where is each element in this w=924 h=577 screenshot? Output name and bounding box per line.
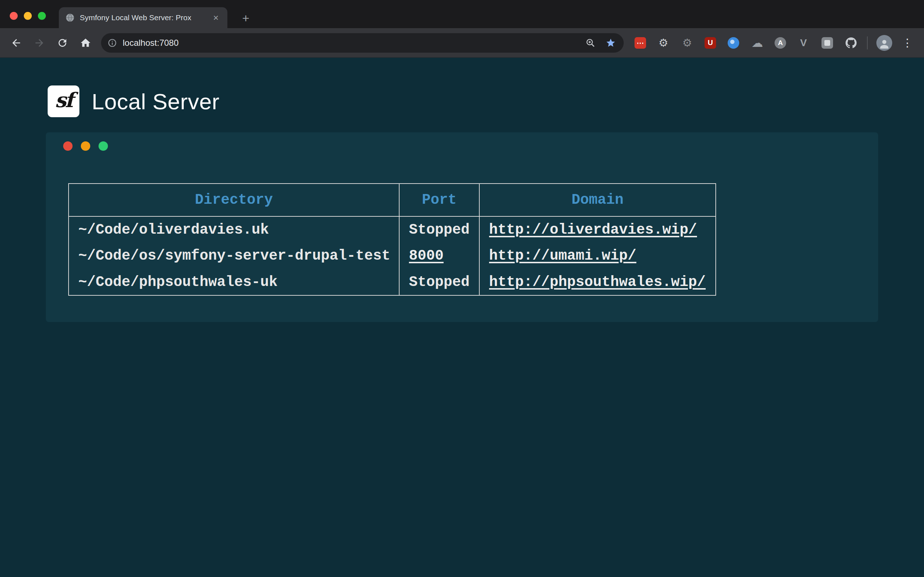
extension-red-dots-icon[interactable]: ⋯: [635, 37, 646, 49]
address-bar[interactable]: localhost:7080: [101, 33, 624, 53]
column-header-directory: Directory: [69, 184, 399, 216]
window-zoom-button[interactable]: [38, 12, 46, 20]
directory-cell: ~/Code/phpsouthwales-uk: [69, 269, 399, 295]
domain-link[interactable]: http://umami.wip/: [489, 248, 636, 264]
url-text[interactable]: localhost:7080: [123, 38, 585, 48]
profile-avatar[interactable]: [876, 35, 892, 51]
port-link[interactable]: 8000: [409, 248, 444, 264]
domain-link[interactable]: http://oliverdavies.wip/: [489, 222, 697, 238]
extension-letter-a-icon[interactable]: A: [775, 37, 786, 49]
page-title: Local Server: [92, 89, 220, 114]
browser-tab-strip: Symfony Local Web Server: Prox × +: [0, 0, 924, 28]
column-header-domain: Domain: [479, 184, 716, 216]
extension-gray-square-icon[interactable]: [821, 36, 834, 49]
forward-button[interactable]: [29, 32, 50, 53]
extension-gear-dark-icon[interactable]: ⚙: [681, 36, 694, 49]
page-header: sf Local Server: [48, 58, 924, 117]
window-minimize-button[interactable]: [24, 12, 32, 20]
panel-window-dots: [63, 141, 108, 151]
symfony-logo: sf: [48, 85, 79, 117]
port-cell-stopped: Stopped: [399, 269, 479, 295]
table-header-row: Directory Port Domain: [69, 184, 716, 216]
symfony-logo-text: sf: [55, 88, 72, 115]
column-header-port: Port: [399, 184, 479, 216]
extension-github-octocat-icon[interactable]: [845, 36, 858, 49]
tab-favicon-globe-icon: [65, 13, 75, 23]
bookmark-star-icon[interactable]: [606, 38, 616, 48]
browser-tab[interactable]: Symfony Local Web Server: Prox ×: [59, 7, 228, 28]
panel-dot-orange-icon: [81, 141, 90, 151]
directory-cell: ~/Code/os/symfony-server-drupal-test: [69, 243, 399, 269]
new-tab-button[interactable]: +: [239, 11, 253, 25]
site-info-icon[interactable]: [108, 38, 117, 48]
home-icon: [80, 37, 91, 49]
zoom-icon[interactable]: [585, 38, 596, 48]
window-close-button[interactable]: [10, 12, 18, 20]
toolbar-separator: [867, 36, 868, 49]
tab-close-icon[interactable]: ×: [211, 13, 221, 23]
extensions-row: ⋯ ⚙ ⚙ U ☁ A V: [635, 36, 858, 49]
extension-blue-circle-icon[interactable]: [727, 36, 740, 49]
extension-letter-v-icon[interactable]: V: [797, 36, 810, 49]
extension-gear-light-icon[interactable]: ⚙: [657, 36, 670, 49]
person-icon: [878, 38, 890, 50]
page-content: sf Local Server Directory Port Domain ~/…: [0, 58, 924, 577]
forward-arrow-icon: [34, 37, 45, 49]
back-arrow-icon: [10, 37, 22, 49]
table-row: ~/Code/os/symfony-server-drupal-test 800…: [69, 243, 716, 269]
reload-icon: [57, 37, 68, 49]
reload-button[interactable]: [52, 32, 73, 53]
server-panel: Directory Port Domain ~/Code/oliverdavie…: [46, 132, 878, 322]
panel-dot-red-icon: [63, 141, 73, 151]
table-row: ~/Code/phpsouthwales-uk Stopped http://p…: [69, 269, 716, 295]
back-button[interactable]: [6, 32, 27, 53]
extension-cloud-icon[interactable]: ☁: [751, 36, 764, 49]
window-controls: [10, 12, 46, 20]
tab-title: Symfony Local Web Server: Prox: [80, 13, 211, 22]
servers-table: Directory Port Domain ~/Code/oliverdavie…: [68, 183, 716, 296]
home-button[interactable]: [75, 32, 96, 53]
panel-dot-green-icon: [99, 141, 108, 151]
port-cell-stopped: Stopped: [399, 216, 479, 243]
table-row: ~/Code/oliverdavies.uk Stopped http://ol…: [69, 216, 716, 243]
directory-cell: ~/Code/oliverdavies.uk: [69, 216, 399, 243]
extension-ublock-icon[interactable]: U: [704, 37, 716, 49]
domain-link[interactable]: http://phpsouthwales.wip/: [489, 274, 706, 290]
browser-toolbar: localhost:7080 ⋯ ⚙ ⚙ U ☁ A V ⋮: [0, 28, 924, 58]
browser-menu-icon[interactable]: ⋮: [900, 36, 914, 49]
